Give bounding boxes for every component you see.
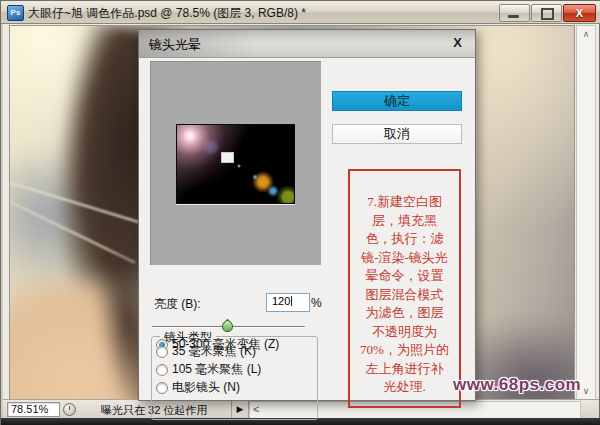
window-title-bar[interactable]: Ps 大眼仔~旭 调色作品.psd @ 78.5% (图层 3, RGB/8) … bbox=[1, 1, 600, 24]
zoom-level-input[interactable]: 78.51% bbox=[7, 402, 60, 417]
radio-label: 电影镜头 (N) bbox=[172, 379, 240, 396]
radio-option-movie-prime[interactable]: 电影镜头 (N) bbox=[156, 380, 240, 395]
dialog-title: 镜头光晕 bbox=[149, 36, 201, 54]
window-title: 大眼仔~旭 调色作品.psd @ 78.5% (图层 3, RGB/8) * bbox=[28, 5, 306, 22]
maximize-icon bbox=[541, 8, 554, 20]
dialog-close-icon[interactable]: X bbox=[453, 35, 462, 50]
ok-button[interactable]: 确定 bbox=[332, 91, 462, 111]
radio-option-105-prime[interactable]: 105 毫米聚焦 (L) bbox=[156, 362, 261, 377]
scroll-up-icon[interactable]: ∧ bbox=[577, 27, 595, 41]
lens-type-group: 镜头类型 50-300 毫米变焦 (Z) 35 毫米聚焦 (K) 105 毫米聚… bbox=[151, 336, 318, 420]
slider-thumb[interactable] bbox=[220, 319, 236, 335]
maximize-button[interactable] bbox=[531, 4, 562, 22]
radio-icon[interactable] bbox=[156, 364, 168, 376]
photoshop-document-window: Ps 大眼仔~旭 调色作品.psd @ 78.5% (图层 3, RGB/8) … bbox=[0, 0, 600, 425]
minimize-button[interactable] bbox=[499, 4, 530, 22]
status-clock-icon bbox=[63, 403, 76, 416]
lens-flare-dialog: 镜头光晕 X 亮度 (B): 120 % 镜头类型 50-300 毫米变焦 (Z… bbox=[138, 29, 476, 401]
close-icon: X bbox=[564, 5, 595, 21]
lens-flare-preview[interactable] bbox=[176, 124, 295, 204]
dialog-body: 亮度 (B): 120 % 镜头类型 50-300 毫米变焦 (Z) 35 毫米… bbox=[139, 57, 475, 400]
dialog-title-bar[interactable]: 镜头光晕 X bbox=[139, 30, 475, 58]
caption-buttons: X bbox=[498, 4, 596, 22]
text-caret bbox=[291, 296, 292, 306]
brightness-label: 亮度 (B): bbox=[154, 296, 201, 313]
radio-option-35-prime[interactable]: 35 毫米聚焦 (K) bbox=[156, 344, 256, 359]
radio-icon[interactable] bbox=[156, 382, 168, 394]
radio-label: 35 毫米聚焦 (K) bbox=[172, 343, 256, 360]
cancel-button[interactable]: 取消 bbox=[332, 124, 462, 144]
brightness-input[interactable]: 120 bbox=[266, 293, 310, 312]
flare-center-handle[interactable] bbox=[221, 152, 234, 163]
brightness-unit-label: % bbox=[311, 296, 322, 310]
radio-icon[interactable] bbox=[156, 346, 168, 358]
tutorial-annotation: 7.新建空白图层，填充黑色，执行：滤镜-渲染-镜头光晕命令，设置图层混合模式为滤… bbox=[348, 169, 461, 408]
close-window-button[interactable]: X bbox=[563, 4, 596, 22]
minimize-icon bbox=[508, 15, 519, 18]
vertical-scrollbar[interactable]: ∧ ∨ bbox=[576, 25, 596, 400]
flare-preview-panel bbox=[150, 61, 321, 265]
watermark: www.68ps.com bbox=[453, 375, 581, 395]
photoshop-app-icon: Ps bbox=[7, 5, 24, 21]
radio-label: 105 毫米聚焦 (L) bbox=[172, 361, 261, 378]
brightness-value: 120 bbox=[272, 295, 290, 307]
